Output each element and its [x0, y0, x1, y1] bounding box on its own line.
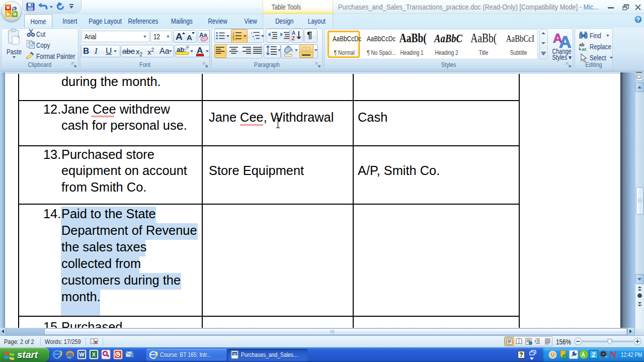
svg-text:Z: Z [292, 36, 295, 41]
svg-text:3: 3 [232, 37, 234, 40]
svg-text:A: A [292, 30, 295, 36]
svg-text:X: X [92, 351, 96, 357]
svg-text:ac: ac [582, 47, 587, 51]
svg-text:W: W [79, 351, 85, 357]
svg-text:A: A [559, 32, 572, 49]
svg-text:Z: Z [592, 351, 595, 358]
svg-text:A: A [581, 352, 585, 357]
svg-text:i: i [254, 38, 255, 41]
svg-text:W: W [233, 352, 236, 356]
